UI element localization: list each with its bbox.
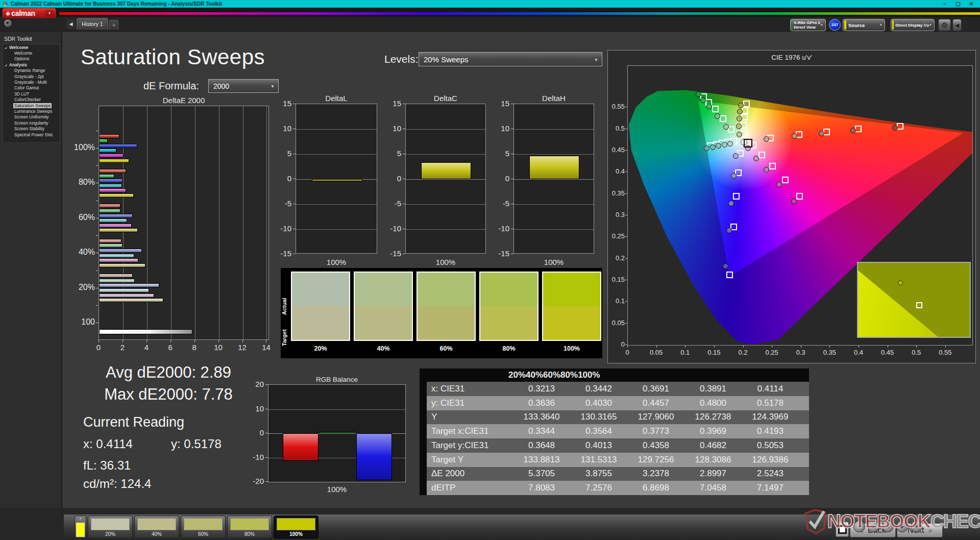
cie-x-label: 0.3	[791, 349, 811, 356]
display-control-dropdown[interactable]: Direct Display Control ▼	[891, 19, 935, 31]
source-dropdown[interactable]: Source ▼	[843, 19, 885, 31]
DeltaC-plot	[405, 104, 486, 254]
spectrum-bar	[59, 12, 980, 15]
sidebar-item-grayscale-2pt[interactable]: Grayscale - 2pt	[3, 73, 60, 79]
sidebar-item-spectral-power-dist-[interactable]: Spectral Power Dist.	[3, 132, 60, 137]
pattern-preview-panel[interactable]: ▲	[75, 516, 86, 538]
row-value: 133.8813	[513, 455, 570, 465]
sidebar-item-3d-lut[interactable]: 3D LUT	[3, 91, 60, 96]
avg-de2000: Avg dE2000: 2.89	[79, 363, 258, 382]
collapse-panel-icon[interactable]: ◀	[952, 19, 962, 31]
tab-history-1[interactable]: History 1	[77, 18, 108, 30]
deltae-bar-100%-5	[99, 159, 129, 163]
measured-point-green-3	[700, 97, 706, 103]
calman-logo-text: calman	[11, 9, 35, 17]
cie-y-label: 0.05	[608, 319, 625, 327]
tree-expand-icon[interactable]: ◢	[5, 46, 7, 49]
pattern-button-40%[interactable]: 40%	[134, 516, 179, 538]
pattern-button-100%[interactable]: 100%	[274, 516, 318, 538]
swatch-actual-80%	[480, 273, 537, 306]
sidebar-item-screen-uniformity[interactable]: Screen Uniformity	[3, 114, 60, 120]
measured-point-cyan-0	[727, 141, 733, 146]
y-tick	[265, 384, 268, 385]
chevron-down-icon[interactable]: ▼	[45, 10, 54, 17]
measured-point-blue-4	[723, 263, 728, 269]
current-x: x: 0.4114	[83, 437, 133, 451]
x-tick	[99, 340, 99, 342]
row-value: 0.5053	[742, 440, 799, 451]
minimize-icon[interactable]: –	[938, 1, 951, 7]
add-tab-button[interactable]: +	[109, 20, 118, 30]
pattern-button-80%[interactable]: 80%	[227, 516, 272, 538]
measured-point-blue-2	[728, 201, 734, 206]
sidebar-item-welcome[interactable]: ◢Welcome	[3, 44, 60, 50]
meter-count-badge[interactable]: 237	[829, 19, 841, 31]
levels-value: 20% Sweeps	[424, 55, 469, 64]
DeltaH-bar-0	[529, 156, 579, 179]
cie-y-tick	[625, 107, 627, 107]
gear-icon[interactable]: ⚙	[938, 19, 951, 31]
sidebar-item-screen-stability[interactable]: Screen Stability	[3, 126, 60, 131]
levels-dropdown[interactable]: 20% Sweeps ▼	[419, 52, 602, 66]
swatch-label-80%: 80%	[479, 345, 538, 352]
sidebar-item-analysis[interactable]: ◢Analysis	[3, 62, 60, 67]
current-fl: fL: 36.31	[83, 458, 131, 473]
tree-expand-icon[interactable]: ◢	[5, 63, 7, 66]
deltae-bar-40%-2	[99, 249, 142, 253]
cie-x-tick	[829, 346, 830, 348]
collapse-left-icon[interactable]: ◀	[67, 19, 75, 29]
y-tick	[403, 104, 405, 104]
deltae-bar-40%-5	[99, 263, 145, 267]
gridline	[406, 204, 485, 205]
expand-up-icon[interactable]: ▲	[75, 517, 86, 520]
sidebar-item-saturation-sweeps[interactable]: Saturation Sweeps	[3, 103, 60, 108]
pattern-button-20%[interactable]: 20%	[88, 516, 133, 538]
sidebar-item-dynamic-range[interactable]: Dynamic Range	[3, 68, 60, 73]
deltae-bar-80%-4	[99, 188, 126, 192]
y-tick	[403, 254, 405, 254]
row-value: 124.3969	[742, 412, 799, 422]
pattern-button-60%[interactable]: 60%	[181, 516, 226, 538]
session-indicator-button[interactable]	[4, 19, 12, 28]
sidebar-item-options[interactable]: Options	[3, 56, 60, 62]
target-square-yellow-4	[743, 101, 750, 107]
group-label-80%: 80%	[65, 178, 95, 187]
sidebar-item-grayscale-multi[interactable]: Grayscale - Multi	[3, 79, 60, 85]
x-tick-label: 4	[139, 343, 154, 352]
swatch-actual-20%	[292, 273, 349, 306]
source-status-accent	[844, 20, 846, 30]
meter-dropdown[interactable]: X-Rite i1Pro 2 Direct View ▼	[790, 19, 826, 31]
row-value: 0.3969	[684, 426, 742, 436]
row-value: 0.3213	[513, 384, 570, 394]
cie-y-tick	[625, 150, 627, 151]
y-tick	[293, 229, 296, 229]
deltae-bar-20%-4	[99, 293, 154, 298]
maximize-icon[interactable]: ▢	[951, 1, 965, 7]
y-tick-label: -10	[382, 224, 401, 233]
sidebar-item-colorchecker[interactable]: ColorChecker	[3, 97, 60, 103]
sidebar-item-luminance-sweeps[interactable]: Luminance Sweeps	[3, 108, 60, 114]
app-root: Calman 2022 Calman Ultimate for Business…	[0, 0, 980, 540]
chevron-down-icon: ▼	[594, 58, 598, 62]
pattern-label-100%: 100%	[274, 531, 318, 537]
sidebar-item-color-gamut[interactable]: Color Gamut	[3, 85, 60, 91]
row-value: 7.2576	[570, 483, 627, 493]
swatch-60%	[416, 272, 476, 341]
y-tick	[403, 229, 405, 229]
y-tick	[511, 254, 513, 254]
deltae-bar-40%-4	[99, 258, 138, 262]
y-tick	[293, 104, 296, 104]
sidebar-item-welcome[interactable]: Welcome	[3, 50, 60, 56]
target-square-magenta-1	[758, 152, 765, 158]
formula-dropdown[interactable]: 2000 ▼	[208, 79, 279, 93]
measured-point-red-3	[850, 128, 856, 133]
calman-menu-button[interactable]: ◈ calman ▼	[2, 8, 56, 18]
close-icon[interactable]: ✕	[965, 1, 978, 7]
swatch-target-20%	[292, 306, 349, 340]
x-label: 100%	[268, 485, 406, 494]
group-label-100: 100	[65, 317, 95, 327]
gridline	[296, 129, 377, 130]
DeltaH-title: DeltaH	[513, 94, 594, 103]
sidebar-item-screen-angularity[interactable]: Screen Angularity	[3, 120, 60, 126]
cie-title: CIE 1976 u'v'	[608, 54, 975, 61]
